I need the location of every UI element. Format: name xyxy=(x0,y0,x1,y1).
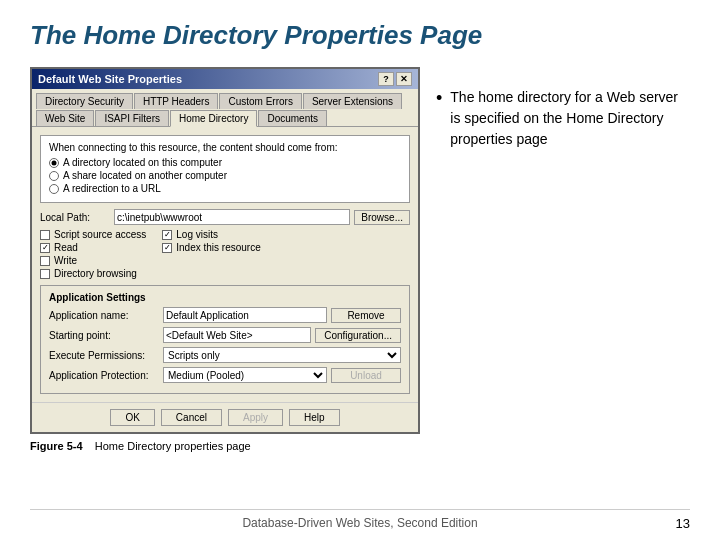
cb-script-source-box[interactable] xyxy=(40,230,50,240)
radio-row-1: A share located on another computer xyxy=(49,170,401,181)
app-settings-group: Application Settings Application name: R… xyxy=(40,285,410,394)
checkbox-col-right: Log visits Index this resource xyxy=(162,229,261,279)
execute-permissions-row: Execute Permissions: Scripts only xyxy=(49,347,401,363)
radio-label-1: A share located on another computer xyxy=(63,170,227,181)
local-path-label: Local Path: xyxy=(40,212,110,223)
radio-label-0: A directory located on this computer xyxy=(63,157,222,168)
browse-button[interactable]: Browse... xyxy=(354,210,410,225)
tab-documents[interactable]: Documents xyxy=(258,110,327,126)
titlebar-buttons: ? ✕ xyxy=(378,72,412,86)
cb-write: Write xyxy=(40,255,146,266)
figure-caption-text: Home Directory properties page xyxy=(95,440,251,452)
radio-share[interactable] xyxy=(49,171,59,181)
tab-bar: Directory Security HTTP Headers Custom E… xyxy=(32,89,418,127)
remove-button[interactable]: Remove xyxy=(331,308,401,323)
app-protection-row: Application Protection: Medium (Pooled) … xyxy=(49,367,401,383)
page: The Home Directory Properties Page Defau… xyxy=(0,0,720,540)
cb-index-label: Index this resource xyxy=(176,242,261,253)
connection-label: When connecting to this resource, the co… xyxy=(49,142,401,153)
tab-web-site[interactable]: Web Site xyxy=(36,110,94,126)
local-path-row: Local Path: Browse... xyxy=(40,209,410,225)
app-protection-select[interactable]: Medium (Pooled) xyxy=(163,367,327,383)
radio-redirect[interactable] xyxy=(49,184,59,194)
cb-script-source: Script source access xyxy=(40,229,146,240)
app-name-row: Application name: Remove xyxy=(49,307,401,323)
close-button[interactable]: ✕ xyxy=(396,72,412,86)
app-protection-label: Application Protection: xyxy=(49,370,159,381)
cb-log-visits-box[interactable] xyxy=(162,230,172,240)
cb-log-visits: Log visits xyxy=(162,229,261,240)
cb-log-visits-label: Log visits xyxy=(176,229,218,240)
app-name-input[interactable] xyxy=(163,307,327,323)
tab-server-extensions[interactable]: Server Extensions xyxy=(303,93,402,109)
radio-row-2: A redirection to a URL xyxy=(49,183,401,194)
page-title: The Home Directory Properties Page xyxy=(30,20,690,51)
tab-custom-errors[interactable]: Custom Errors xyxy=(219,93,301,109)
tab-directory-security[interactable]: Directory Security xyxy=(36,93,133,109)
figure-caption-area: Figure 5-4 Home Directory properties pag… xyxy=(30,440,690,452)
cb-write-label: Write xyxy=(54,255,77,266)
starting-point-label: Starting point: xyxy=(49,330,159,341)
tab-isapi-filters[interactable]: ISAPI Filters xyxy=(95,110,169,126)
dialog-titlebar: Default Web Site Properties ? ✕ xyxy=(32,69,418,89)
dialog-footer: OK Cancel Apply Help xyxy=(32,402,418,432)
dialog-body: When connecting to this resource, the co… xyxy=(32,127,418,402)
cb-read: Read xyxy=(40,242,146,253)
dialog-window: Default Web Site Properties ? ✕ Director… xyxy=(30,67,420,434)
bullet-text: The home directory for a Web server is s… xyxy=(450,87,690,150)
cb-write-box[interactable] xyxy=(40,256,50,266)
execute-permissions-select[interactable]: Scripts only xyxy=(163,347,401,363)
radio-directory[interactable] xyxy=(49,158,59,168)
cb-dir-browsing-box[interactable] xyxy=(40,269,50,279)
apply-button[interactable]: Apply xyxy=(228,409,283,426)
checkbox-col-left: Script source access Read Write Dir xyxy=(40,229,146,279)
help-dialog-button[interactable]: Help xyxy=(289,409,340,426)
app-name-label: Application name: xyxy=(49,310,159,321)
cb-read-box[interactable] xyxy=(40,243,50,253)
bullet-item: • The home directory for a Web server is… xyxy=(436,87,690,150)
help-button[interactable]: ? xyxy=(378,72,394,86)
radio-label-2: A redirection to a URL xyxy=(63,183,161,194)
checkbox-section: Script source access Read Write Dir xyxy=(40,229,410,279)
app-settings-title: Application Settings xyxy=(49,292,401,303)
page-number: 13 xyxy=(676,516,690,531)
tab-home-directory[interactable]: Home Directory xyxy=(170,110,257,127)
cb-read-label: Read xyxy=(54,242,78,253)
local-path-input[interactable] xyxy=(114,209,350,225)
ok-button[interactable]: OK xyxy=(110,409,154,426)
bottom-text: Database-Driven Web Sites, Second Editio… xyxy=(30,516,690,530)
tab-http-headers[interactable]: HTTP Headers xyxy=(134,93,219,109)
dialog-title: Default Web Site Properties xyxy=(38,73,182,85)
cb-script-source-label: Script source access xyxy=(54,229,146,240)
cb-index: Index this resource xyxy=(162,242,261,253)
bottom-bar: Database-Driven Web Sites, Second Editio… xyxy=(30,509,690,530)
content-area: Default Web Site Properties ? ✕ Director… xyxy=(30,67,690,434)
bullet-icon: • xyxy=(436,85,442,112)
cb-dir-browsing: Directory browsing xyxy=(40,268,146,279)
starting-point-row: Starting point: Configuration... xyxy=(49,327,401,343)
cancel-button[interactable]: Cancel xyxy=(161,409,222,426)
cb-dir-browsing-label: Directory browsing xyxy=(54,268,137,279)
execute-permissions-label: Execute Permissions: xyxy=(49,350,159,361)
right-panel: • The home directory for a Web server is… xyxy=(436,67,690,150)
starting-point-input[interactable] xyxy=(163,327,311,343)
unload-button[interactable]: Unload xyxy=(331,368,401,383)
connection-group: When connecting to this resource, the co… xyxy=(40,135,410,203)
radio-row-0: A directory located on this computer xyxy=(49,157,401,168)
configuration-button[interactable]: Configuration... xyxy=(315,328,401,343)
cb-index-box[interactable] xyxy=(162,243,172,253)
figure-number: Figure 5-4 xyxy=(30,440,83,452)
